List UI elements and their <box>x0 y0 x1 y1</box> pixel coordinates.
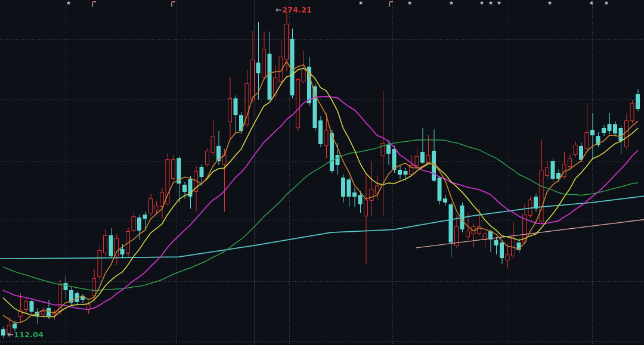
lowest-price-annotation: ←112.04 <box>7 330 44 339</box>
star-marker-icon: ★ <box>497 0 501 7</box>
event-flag-icon[interactable] <box>171 1 175 7</box>
star-marker-icon: ★ <box>449 0 454 7</box>
left-arrow-icon: ← <box>275 5 282 14</box>
star-marker-icon: ★ <box>589 0 594 7</box>
kline-chart: ★★★★★★★★★★ ←274.21 ←112.04 <box>0 0 644 345</box>
lowest-price-value: 112.04 <box>14 330 44 339</box>
highest-price-value: 274.21 <box>282 5 312 14</box>
star-marker-icon: ★ <box>358 0 363 7</box>
left-arrow-icon: ← <box>7 330 14 339</box>
star-marker-icon: ★ <box>479 0 484 7</box>
star-marker-icon: ★ <box>488 0 493 7</box>
event-flag-icon[interactable] <box>389 1 393 7</box>
star-marker-icon: ★ <box>604 0 609 7</box>
highest-price-annotation: ←274.21 <box>275 5 312 14</box>
event-flag-icon[interactable] <box>92 1 96 7</box>
candlestick-canvas[interactable] <box>0 0 644 345</box>
star-marker-icon: ★ <box>66 0 71 7</box>
star-marker-icon: ★ <box>407 0 412 7</box>
star-marker-icon: ★ <box>547 0 552 7</box>
